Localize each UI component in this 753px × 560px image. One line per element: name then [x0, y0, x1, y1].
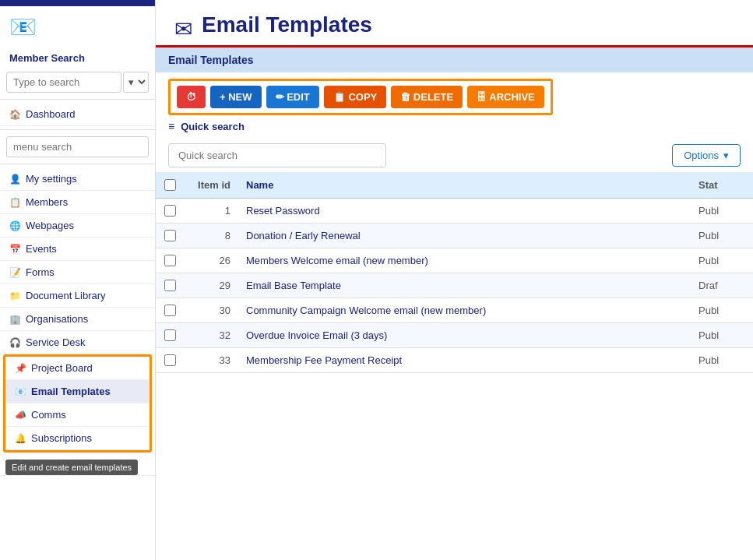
copy-button[interactable]: 📋 COPY [324, 86, 386, 108]
table-row: 26 Members Welcome email (new member) Pu… [156, 248, 753, 273]
page-header: ✉ Email Templates [156, 0, 753, 48]
row-item-id: 26 [184, 248, 238, 273]
sidebar-item-label: Service Desk [26, 336, 86, 348]
row-checkbox[interactable] [164, 230, 176, 241]
row-name: Donation / Early Renewal [238, 224, 691, 248]
row-status: Publ [691, 199, 753, 224]
row-name: Membership Fee Payment Receipt [238, 348, 691, 373]
row-name: Members Welcome email (new member) [238, 248, 691, 273]
dashboard-icon: 🏠 [9, 109, 21, 120]
project-board-icon: 📌 [15, 363, 26, 374]
sidebar-item-label: Subscriptions [31, 432, 92, 444]
email-templates-icon: 📧 [15, 386, 26, 397]
row-checkbox[interactable] [164, 354, 176, 366]
table-body: 1 Reset Password Publ 8 Donation / Early… [156, 199, 753, 373]
select-all-checkbox[interactable] [164, 179, 176, 191]
sidebar-item-my-settings[interactable]: 👤 My settings [0, 167, 155, 191]
main-content: ✉ Email Templates Email Templates ⏱ + NE… [156, 0, 753, 560]
sidebar-highlight-group: 📌 Project Board 📧 Email Templates 📣 Comm… [3, 354, 152, 453]
row-checkbox[interactable] [164, 329, 176, 341]
sidebar-item-webpages[interactable]: 🌐 Webpages [0, 214, 155, 238]
row-name: Reset Password [238, 199, 691, 224]
sidebar-item-label: Email Templates [31, 386, 111, 397]
toolbar-wrapper: ⏱ + NEW ✏ EDIT 📋 COPY 🗑 DELETE 🗄 ARCHIVE… [156, 72, 753, 139]
row-status: Publ [691, 224, 753, 248]
section-label: Email Templates [156, 48, 753, 72]
row-checkbox[interactable] [164, 280, 176, 291]
service-desk-icon: 🎧 [9, 337, 21, 348]
member-search-row: ▾ [0, 69, 155, 96]
sidebar-item-email-templates[interactable]: 📧 Email Templates [5, 380, 150, 403]
search-dropdown[interactable]: ▾ [123, 72, 149, 93]
options-button[interactable]: Options ▾ [672, 144, 741, 167]
quick-search-label: Quick search [181, 121, 245, 132]
type-to-search-input[interactable] [6, 72, 121, 93]
email-templates-table: Item id Name Stat 1 Reset Password Publ [156, 172, 753, 373]
sidebar-item-service-desk[interactable]: 🎧 Service Desk [0, 331, 155, 354]
table-row: 8 Donation / Early Renewal Publ [156, 224, 753, 248]
sidebar-item-label: Webpages [26, 220, 74, 231]
sidebar-tooltip: Edit and create email templates [5, 460, 138, 475]
menu-search-input[interactable] [6, 136, 149, 157]
row-status: Publ [691, 248, 753, 273]
archive-button[interactable]: 🗄 ARCHIVE [467, 86, 544, 108]
sidebar-item-events[interactable]: 📅 Events [0, 238, 155, 261]
events-icon: 📅 [9, 244, 21, 255]
member-search-label: Member Search [0, 48, 155, 69]
col-header-check [156, 172, 184, 199]
sidebar-item-label: Project Board [31, 362, 93, 374]
sidebar-item-comms[interactable]: 📣 Comms [5, 403, 150, 427]
delete-button[interactable]: 🗑 DELETE [391, 86, 463, 108]
row-checkbox[interactable] [164, 305, 176, 316]
sidebar-item-organisations[interactable]: 🏢 Organisations [0, 308, 155, 331]
sidebar-item-label: Document Library [26, 290, 106, 301]
table-row: 29 Email Base Template Draf [156, 273, 753, 298]
sidebar-item-label: My settings [26, 173, 77, 185]
sidebar-item-project-board[interactable]: 📌 Project Board [5, 357, 150, 380]
sidebar-item-forms[interactable]: 📝 Forms [0, 261, 155, 284]
row-checkbox[interactable] [164, 205, 176, 217]
forms-icon: 📝 [9, 267, 21, 278]
timer-button[interactable]: ⏱ [177, 86, 206, 108]
sidebar-logo: 📧 [0, 6, 155, 48]
timer-icon: ⏱ [186, 91, 196, 103]
row-status: Publ [691, 323, 753, 348]
sidebar-item-label: Members [26, 196, 68, 208]
sidebar: 📧 Member Search ▾ 🏠 Dashboard 👤 My setti… [0, 0, 156, 560]
row-status: Publ [691, 298, 753, 323]
members-icon: 📋 [9, 197, 21, 208]
row-item-id: 32 [184, 323, 238, 348]
sidebar-item-dashboard[interactable]: 🏠 Dashboard [0, 103, 155, 126]
table-row: 33 Membership Fee Payment Receipt Publ [156, 348, 753, 373]
divider-1 [0, 99, 155, 100]
main-body: Email Templates ⏱ + NEW ✏ EDIT 📋 COPY 🗑 … [156, 48, 753, 560]
sidebar-item-members[interactable]: 📋 Members [0, 191, 155, 214]
row-name: Community Campaign Welcome email (new me… [238, 298, 691, 323]
row-item-id: 33 [184, 348, 238, 373]
toolbar-row2: ≡ Quick search [168, 120, 741, 132]
sidebar-top-bar [0, 0, 155, 6]
row-item-id: 30 [184, 298, 238, 323]
row-checkbox-cell [156, 199, 184, 224]
sidebar-item-document-library[interactable]: 📁 Document Library [0, 284, 155, 308]
row-name: Overdue Invoice Email (3 days) [238, 323, 691, 348]
quick-search-icon: ≡ [168, 120, 174, 132]
webpages-icon: 🌐 [9, 220, 21, 231]
subscriptions-icon: 🔔 [15, 433, 26, 444]
row-checkbox-cell [156, 273, 184, 298]
col-header-item-id: Item id [184, 172, 238, 199]
sidebar-item-label: Organisations [26, 313, 88, 325]
row-item-id: 29 [184, 273, 238, 298]
table-row: 30 Community Campaign Welcome email (new… [156, 298, 753, 323]
quick-search-input[interactable] [168, 143, 386, 167]
chevron-down-icon: ▾ [723, 150, 729, 161]
col-header-name: Name [238, 172, 691, 199]
edit-button[interactable]: ✏ EDIT [266, 86, 319, 108]
row-checkbox[interactable] [164, 255, 176, 266]
sidebar-item-subscriptions[interactable]: 🔔 Subscriptions [5, 427, 150, 450]
row-status: Draf [691, 273, 753, 298]
dashboard-label: Dashboard [26, 108, 76, 120]
divider-3 [0, 164, 155, 164]
table-row: 32 Overdue Invoice Email (3 days) Publ [156, 323, 753, 348]
new-button[interactable]: + NEW [210, 86, 262, 108]
